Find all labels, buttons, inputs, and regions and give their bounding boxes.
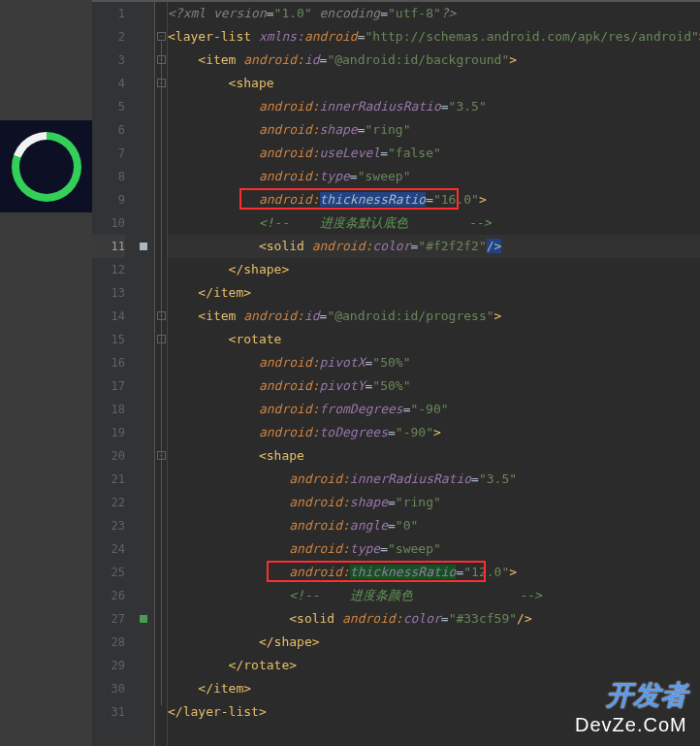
progress-ring-hole (19, 140, 74, 194)
line-number: 20 (92, 444, 125, 468)
code-line[interactable]: <item android:id="@android:id/progress"> (168, 305, 700, 328)
code-line[interactable]: <?xml version="1.0" encoding="utf-8"?> (168, 2, 700, 25)
line-number: 24 (92, 537, 125, 561)
code-line[interactable]: android:innerRadiusRatio="3.5" (168, 95, 700, 118)
code-line[interactable]: android:type="sweep" (168, 165, 700, 188)
line-number: 17 (92, 374, 125, 398)
code-line[interactable]: android:thicknessRatio="16.0"> (168, 188, 700, 211)
line-number: 19 (92, 421, 125, 444)
code-area[interactable]: <?xml version="1.0" encoding="utf-8"?> <… (168, 2, 700, 746)
line-number: 3 (92, 49, 125, 72)
line-number: 30 (92, 677, 125, 700)
line-number: 8 (92, 165, 125, 188)
code-line[interactable]: android:shape="ring" (168, 491, 700, 514)
line-number: 22 (92, 491, 125, 514)
line-number: 15 (92, 328, 125, 351)
code-line[interactable]: android:pivotY="50%" (168, 374, 700, 398)
code-line[interactable]: <!-- 进度条默认底色 --> (168, 211, 700, 235)
code-line[interactable]: android:pivotX="50%" (168, 351, 700, 374)
fold-toggle-icon[interactable]: - (157, 55, 166, 64)
breakpoint-marker-icon[interactable] (140, 243, 147, 250)
line-number: 9 (92, 188, 125, 211)
code-line[interactable]: <shape (168, 444, 700, 468)
code-line[interactable]: <rotate (168, 328, 700, 351)
fold-toggle-icon[interactable]: - (157, 79, 166, 87)
line-number: 1 (92, 2, 125, 25)
line-number: 6 (92, 118, 125, 142)
fold-toggle-icon[interactable]: - (157, 311, 166, 320)
line-number: 16 (92, 351, 125, 374)
line-number: 5 (92, 95, 125, 118)
line-number-gutter: 1 2 3 4 5 6 7 8 9 10 11 12 13 14 15 16 1… (92, 2, 133, 746)
line-number: 26 (92, 584, 125, 607)
line-number: 2 (92, 25, 125, 49)
code-line[interactable]: <solid android:color="#f2f2f2"/> (168, 235, 700, 258)
code-line[interactable]: </item> (168, 677, 700, 700)
fold-toggle-icon[interactable]: - (157, 32, 166, 41)
code-line[interactable]: <item android:id="@android:id/background… (168, 49, 700, 72)
code-line[interactable]: <solid android:color="#33cf59"/> (168, 607, 700, 631)
marker-icon[interactable] (140, 615, 147, 623)
line-number: 25 (92, 561, 125, 584)
line-number: 31 (92, 700, 125, 724)
fold-toggle-icon[interactable]: - (157, 451, 166, 460)
code-line[interactable]: android:shape="ring" (168, 118, 700, 142)
code-line[interactable]: android:angle="0" (168, 514, 700, 537)
line-number: 28 (92, 631, 125, 654)
line-number: 4 (92, 72, 125, 95)
code-line[interactable]: android:toDegrees="-90"> (168, 421, 700, 444)
line-number: 10 (92, 211, 125, 235)
code-line[interactable]: <!-- 进度条颜色 --> (168, 584, 700, 607)
marker-gutter (133, 2, 154, 746)
code-line[interactable]: </shape> (168, 631, 700, 654)
line-number: 23 (92, 514, 125, 537)
code-line[interactable]: </shape> (168, 258, 700, 281)
fold-gutter[interactable]: - - - - - - (154, 2, 168, 746)
line-number: 18 (92, 398, 125, 421)
code-line[interactable]: android:fromDegrees="-90" (168, 398, 700, 421)
line-number: 7 (92, 142, 125, 165)
code-line[interactable]: android:thicknessRatio="12.0"> (168, 561, 700, 584)
code-line[interactable]: </layer-list> (168, 700, 700, 724)
line-number: 21 (92, 468, 125, 491)
line-number: 12 (92, 258, 125, 281)
line-number: 27 (92, 607, 125, 631)
progress-ring-icon (12, 132, 81, 202)
line-number: 14 (92, 305, 125, 328)
line-number: 13 (92, 281, 125, 305)
code-line[interactable]: android:type="sweep" (168, 537, 700, 561)
code-line[interactable]: <shape (168, 72, 700, 95)
code-line[interactable]: android:innerRadiusRatio="3.5" (168, 468, 700, 491)
ring-preview (0, 120, 92, 212)
code-editor[interactable]: 1 2 3 4 5 6 7 8 9 10 11 12 13 14 15 16 1… (92, 0, 700, 746)
code-line[interactable]: </rotate> (168, 654, 700, 677)
left-panel (0, 0, 92, 746)
line-number: 11 (92, 235, 125, 258)
code-line[interactable]: android:useLevel="false" (168, 142, 700, 165)
line-number: 29 (92, 654, 125, 677)
code-line[interactable]: <layer-list xmlns:android="http://schema… (168, 25, 700, 49)
code-line[interactable]: </item> (168, 281, 700, 305)
fold-toggle-icon[interactable]: - (157, 335, 166, 343)
